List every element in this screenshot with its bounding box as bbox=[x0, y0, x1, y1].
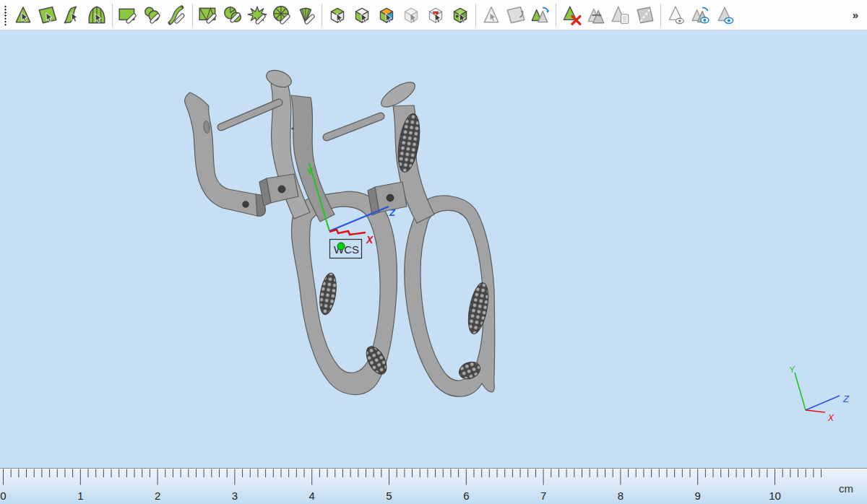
select-cube-disabled-button[interactable] bbox=[399, 2, 423, 28]
deselect-surface-icon bbox=[505, 4, 527, 26]
select-fan-icon bbox=[296, 4, 317, 26]
show-selected-triangles-icon bbox=[715, 4, 736, 26]
select-cone-in-cube-button[interactable] bbox=[423, 2, 448, 28]
scanned-mesh-model[interactable] bbox=[185, 67, 495, 396]
select-curvature-region-icon bbox=[61, 4, 83, 26]
invert-selection-button[interactable] bbox=[584, 2, 608, 28]
select-shell-icon bbox=[86, 4, 108, 26]
select-freeform-icon bbox=[142, 4, 163, 26]
mesh-crossbar-rod-right[interactable] bbox=[327, 116, 381, 137]
model-canvas[interactable]: Y Z X WCS Y Z X bbox=[0, 30, 867, 468]
select-spline-curve-button[interactable] bbox=[165, 2, 189, 28]
toolbar-separator bbox=[192, 4, 193, 27]
triad-z-axis-label: Z bbox=[842, 394, 850, 404]
select-circle-icon bbox=[222, 4, 243, 26]
orientation-triad: Y Z X bbox=[788, 364, 850, 423]
toolbar-separator bbox=[660, 4, 661, 27]
select-cone-in-cube-icon bbox=[425, 4, 447, 26]
deselect-triangle-button[interactable] bbox=[479, 2, 504, 28]
copy-selection-button[interactable] bbox=[608, 2, 633, 28]
mesh-crossbar-rod-left[interactable] bbox=[221, 103, 279, 127]
invert-selection-icon bbox=[585, 4, 607, 26]
select-curvature-region-button[interactable] bbox=[60, 2, 85, 28]
toolbar-separator bbox=[322, 4, 322, 27]
toolbar-separator bbox=[112, 4, 113, 27]
delete-selected-triangles-icon bbox=[561, 4, 582, 26]
deselect-surface-button[interactable] bbox=[504, 2, 528, 28]
hide-selected-triangles-button[interactable] bbox=[664, 2, 689, 28]
lattice-patch bbox=[317, 272, 339, 316]
select-spline-curve-icon bbox=[166, 4, 188, 26]
cut-selection-icon bbox=[634, 4, 656, 26]
ruler-major-label: 10 bbox=[769, 490, 781, 502]
ruler-canvas: 012345678910cm bbox=[0, 469, 867, 504]
select-fan-button[interactable] bbox=[294, 2, 319, 28]
hide-selected-triangles-icon bbox=[665, 4, 687, 26]
swap-selection-icon bbox=[530, 4, 551, 26]
select-freeform-button[interactable] bbox=[140, 2, 165, 28]
toolbar-separator bbox=[556, 4, 556, 27]
select-point-in-cube-icon bbox=[449, 4, 471, 26]
ruler-major-label: 3 bbox=[232, 490, 238, 502]
select-through-cube-3d-icon bbox=[376, 4, 397, 26]
mesh-left-arm-hole bbox=[243, 201, 249, 208]
ruler-major-label: 4 bbox=[309, 490, 315, 502]
select-triangle-icon bbox=[12, 4, 34, 26]
select-wheel-icon bbox=[271, 4, 293, 26]
cut-selection-button[interactable] bbox=[633, 2, 657, 28]
select-wheel-button[interactable] bbox=[269, 2, 294, 28]
select-point-in-cube-button[interactable] bbox=[448, 2, 473, 28]
ruler-major-label: 9 bbox=[695, 490, 701, 502]
ruler-major-label: 0 bbox=[0, 490, 6, 502]
select-triangulated-rectangle-button[interactable] bbox=[196, 2, 220, 28]
ruler-major-label: 6 bbox=[463, 490, 469, 502]
ruler-unit-label: cm bbox=[839, 482, 853, 495]
select-rectangle-icon bbox=[117, 4, 139, 26]
swap-shown-triangles-button[interactable] bbox=[689, 2, 713, 28]
select-star-icon bbox=[246, 4, 268, 26]
select-through-cube-front-button[interactable] bbox=[350, 2, 374, 28]
triad-y-axis-label: Y bbox=[788, 364, 796, 375]
ruler-major-label: 8 bbox=[618, 490, 624, 502]
wcs-x-axis-label: X bbox=[366, 234, 374, 246]
select-star-button[interactable] bbox=[245, 2, 269, 28]
mesh-front-bar-knob[interactable] bbox=[264, 67, 293, 90]
select-triangulated-rectangle-icon bbox=[197, 4, 219, 26]
select-through-cube-top-button[interactable] bbox=[325, 2, 350, 28]
delete-selected-triangles-button[interactable] bbox=[559, 2, 584, 28]
select-through-cube-3d-button[interactable] bbox=[374, 2, 399, 28]
mesh-bracket-left-hole bbox=[278, 186, 285, 193]
select-surface-patch-icon bbox=[37, 4, 59, 26]
select-triangle-button[interactable] bbox=[11, 2, 35, 28]
ruler-major-label: 2 bbox=[155, 490, 160, 502]
3d-viewport[interactable]: Y Z X WCS Y Z X bbox=[0, 30, 867, 468]
copy-selection-icon bbox=[610, 4, 631, 26]
wcs-x-axis bbox=[329, 230, 366, 235]
select-cube-disabled-icon bbox=[400, 4, 422, 26]
select-through-cube-front-icon bbox=[351, 4, 373, 26]
toolbar-overflow-button[interactable]: » bbox=[853, 0, 858, 30]
select-rectangle-button[interactable] bbox=[116, 2, 140, 28]
ruler-major-label: 7 bbox=[540, 490, 546, 502]
select-shell-button[interactable] bbox=[85, 2, 109, 28]
swap-selection-button[interactable] bbox=[528, 2, 553, 28]
show-selected-triangles-button[interactable] bbox=[713, 2, 738, 28]
wcs-origin-point bbox=[337, 243, 345, 250]
swap-shown-triangles-icon bbox=[690, 4, 712, 26]
deselect-triangle-icon bbox=[480, 4, 502, 26]
toolbar-drag-handle[interactable] bbox=[3, 4, 7, 26]
select-surface-patch-button[interactable] bbox=[35, 2, 60, 28]
triad-y-axis bbox=[795, 373, 806, 410]
application-window: » bbox=[0, 0, 867, 504]
triad-x-axis-label: X bbox=[827, 413, 834, 423]
selection-toolbar: » bbox=[0, 0, 867, 30]
select-through-cube-top-icon bbox=[327, 4, 348, 26]
ruler-major-label: 1 bbox=[77, 490, 83, 502]
triad-z-axis bbox=[806, 396, 840, 410]
scale-ruler: 012345678910cm bbox=[0, 468, 867, 504]
triad-x-axis bbox=[806, 410, 825, 412]
toolbar-separator bbox=[475, 4, 476, 27]
ruler-major-label: 5 bbox=[386, 490, 392, 502]
wcs-z-axis-label: Z bbox=[389, 207, 396, 218]
select-circle-button[interactable] bbox=[220, 2, 245, 28]
